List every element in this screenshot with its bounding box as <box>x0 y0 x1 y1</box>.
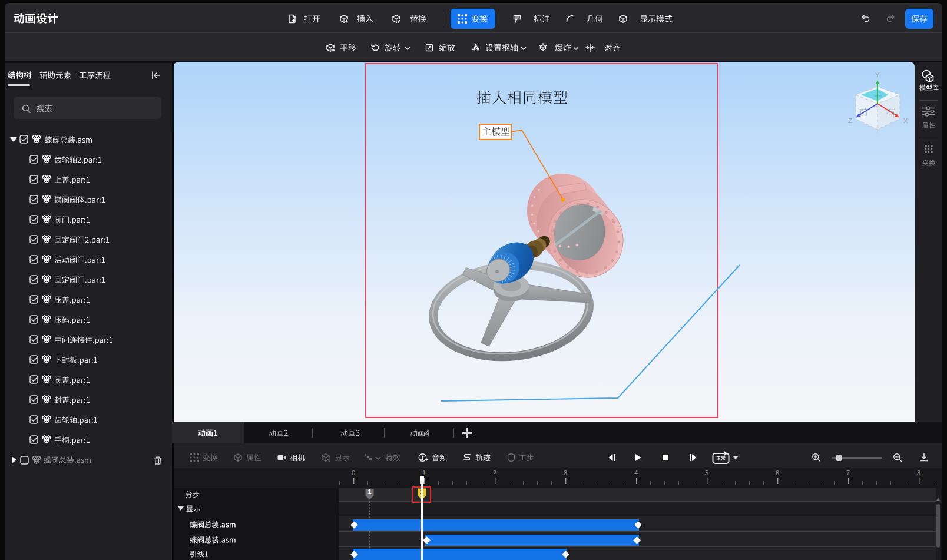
svg-text:Y: Y <box>875 71 880 78</box>
svg-text:Z: Z <box>848 117 852 124</box>
svg-text:X: X <box>903 117 908 124</box>
